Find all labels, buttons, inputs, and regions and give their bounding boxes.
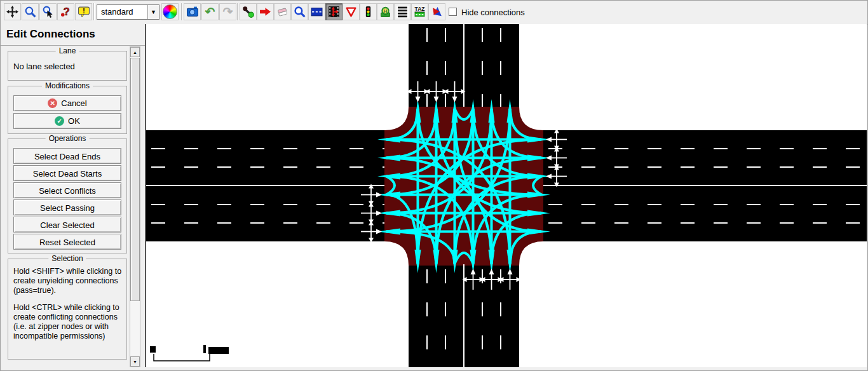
- scroll-down-button[interactable]: ▼: [130, 356, 140, 367]
- delete-mode-button[interactable]: [274, 3, 291, 20]
- cancel-icon: ✕: [48, 98, 57, 108]
- traffic-light-icon: [362, 6, 374, 18]
- hide-connections-checkbox[interactable]: [449, 8, 457, 16]
- svg-text:?: ?: [63, 6, 69, 18]
- scale-bar: [150, 345, 229, 361]
- selection-help-shift: Hold <SHIFT> while clicking to create un…: [13, 267, 123, 295]
- connection-icon: [328, 6, 340, 18]
- clear-selected-button[interactable]: Clear Selected: [13, 217, 121, 233]
- redo-icon: ↷: [223, 6, 233, 18]
- cancel-label: Cancel: [61, 96, 86, 111]
- svg-text:TAZ: TAZ: [415, 6, 425, 12]
- lane-status-text: No lane selected: [13, 62, 126, 71]
- color-wheel-icon: [163, 4, 177, 19]
- taz-mode-button[interactable]: TAZ: [411, 3, 428, 20]
- yield-triangle-icon: [345, 6, 357, 18]
- bus-stop-icon: H: [379, 6, 391, 18]
- operations-groupbox: Operations Select Dead Ends Select Dead …: [8, 138, 127, 253]
- select-lane-mode-button[interactable]: [308, 3, 325, 20]
- locate-objects-button[interactable]: [39, 3, 57, 20]
- select-passing-button[interactable]: Select Passing: [13, 199, 121, 215]
- edit-coloring-button[interactable]: [161, 3, 179, 20]
- coloring-scheme-select[interactable]: standard ▼: [97, 4, 159, 20]
- camera-icon: [186, 6, 199, 18]
- scrollbar-thumb[interactable]: [130, 58, 140, 301]
- move-mode-button[interactable]: [257, 3, 274, 20]
- network-view-canvas[interactable]: [145, 24, 867, 367]
- ok-icon: ✓: [55, 116, 64, 126]
- toolbar-separator: [181, 3, 182, 20]
- recenter-icon: [6, 6, 18, 18]
- recenter-view-button[interactable]: [4, 3, 21, 20]
- red-arrow-icon: [259, 6, 271, 18]
- panel-title: Edit Connections: [6, 28, 95, 41]
- blue-magnifier-icon: [294, 6, 306, 18]
- lane-groupbox: Lane No lane selected: [8, 51, 127, 81]
- shape-mode-button[interactable]: [428, 3, 445, 20]
- select-dead-starts-button[interactable]: Select Dead Starts: [13, 165, 121, 181]
- crossing-mode-button[interactable]: [394, 3, 411, 20]
- toolbar-separator: [93, 3, 95, 20]
- reset-selected-button[interactable]: Reset Selected: [13, 234, 121, 250]
- svg-text:H: H: [384, 8, 387, 14]
- undo-button[interactable]: ↶: [201, 3, 219, 20]
- feedback-button[interactable]: !: [75, 3, 92, 20]
- traffic-light-mode-button[interactable]: [360, 3, 377, 20]
- road-icon: [311, 6, 323, 18]
- coloring-scheme-value: standard: [97, 5, 147, 19]
- taz-icon: TAZ: [414, 6, 426, 18]
- help-button[interactable]: ?: [57, 3, 74, 20]
- toolbar: ? ! standard ▼ ↶ ↷ H: [0, 0, 868, 25]
- panel-title-separator: [0, 45, 145, 46]
- inspect-mode-button[interactable]: [291, 3, 308, 20]
- select-dead-ends-button[interactable]: Select Dead Ends: [13, 148, 121, 164]
- cancel-button[interactable]: ✕ Cancel: [13, 95, 121, 111]
- ok-label: OK: [68, 114, 80, 128]
- select-conflicts-button[interactable]: Select Conflicts: [13, 182, 121, 198]
- junction-area[interactable]: [384, 107, 543, 266]
- question-mark-icon: ?: [60, 6, 72, 18]
- zoom-button[interactable]: [22, 3, 39, 20]
- modifications-groupbox: Modifications ✕ Cancel ✓ OK: [8, 86, 127, 134]
- magnifier-cursor-icon: [42, 6, 54, 18]
- crossing-stripes-icon: [397, 6, 409, 18]
- panel-scrollbar[interactable]: ▲ ▼: [130, 46, 140, 367]
- undo-icon: ↶: [205, 6, 215, 18]
- network-svg[interactable]: [146, 24, 867, 367]
- screenshot-button[interactable]: [184, 3, 201, 20]
- create-edge-mode-button[interactable]: [240, 3, 257, 20]
- eraser-icon: [276, 6, 288, 18]
- selection-help-ctrl: Hold <CTRL> while clicking to create con…: [13, 303, 123, 341]
- lane-legend: Lane: [56, 46, 79, 55]
- edit-connections-panel: Edit Connections Lane No lane selected M…: [0, 24, 145, 367]
- operations-legend: Operations: [46, 134, 90, 143]
- speech-bubble-icon: !: [78, 6, 90, 18]
- redo-button[interactable]: ↷: [219, 3, 236, 20]
- create-edge-icon: [242, 6, 254, 18]
- polygon-flag-icon: [431, 6, 443, 18]
- hide-connections-label: Hide connections: [461, 8, 525, 17]
- additional-mode-button[interactable]: H: [377, 3, 394, 20]
- toolbar-separator: [237, 3, 238, 20]
- magnifier-icon: [24, 6, 36, 18]
- combo-arrow-icon[interactable]: ▼: [147, 5, 159, 19]
- modifications-legend: Modifications: [42, 81, 93, 90]
- selection-groupbox: Selection Hold <SHIFT> while clicking to…: [8, 259, 127, 360]
- svg-text:!: !: [83, 6, 85, 15]
- connection-mode-button[interactable]: [325, 3, 342, 20]
- prohibition-mode-button[interactable]: [342, 3, 360, 20]
- selection-legend: Selection: [48, 254, 86, 263]
- ok-button[interactable]: ✓ OK: [13, 113, 121, 129]
- scroll-up-button[interactable]: ▲: [130, 47, 140, 57]
